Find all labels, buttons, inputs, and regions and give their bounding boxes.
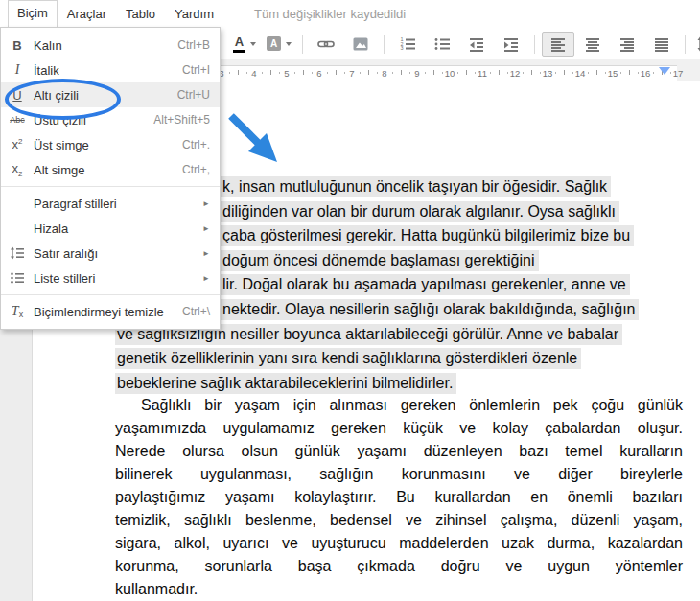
selected-text: genetik özelliklerinin yanı sıra kendi s… [115, 348, 581, 369]
selected-text: bebeklerine sağlık aktarabileceklerini b… [115, 373, 456, 394]
ruler-tick [360, 72, 361, 74]
menu-shortcut: Ctrl+. [182, 138, 220, 151]
menu-shortcut: Alt+Shift+5 [153, 113, 220, 127]
menu-bar-items: BiçimAraçlarTabloYardım [8, 0, 223, 28]
selected-text: doğum öncesi dönemde başlaması gerektiği… [221, 250, 539, 271]
paragraph1-line[interactable]: lir. Doğal olarak bu aşamada yapılması g… [221, 274, 630, 294]
toolbar-separator [302, 35, 303, 54]
ruler-tick [238, 70, 239, 75]
paragraph2-line[interactable]: temizlik, sağlıklı beslenme, bedensel ve… [115, 510, 683, 530]
ruler-number: 15 [608, 68, 618, 79]
menubar-item-table-menu[interactable]: Tablo [116, 1, 165, 28]
menu-separator [1, 294, 220, 295]
align-center-button[interactable] [576, 32, 609, 57]
text-color-button[interactable]: A [228, 32, 261, 57]
toolbar-separator [384, 35, 385, 54]
menu-item-clear-formatting[interactable]: TxBiçimlendirmeyi temizleCtrl+\ [1, 299, 220, 324]
ruler-tick [670, 72, 671, 74]
paragraph1-line[interactable]: k, insan mutluluğunun öncelik taşıyan bi… [221, 176, 611, 196]
dropdown-caret-icon [286, 42, 292, 46]
ruler-number: 13 [543, 68, 553, 79]
bulleted-list-button[interactable] [426, 32, 458, 57]
ruler-number: 7 [349, 68, 354, 79]
menu-shortcut: Ctrl+I [182, 63, 220, 77]
paragraph2-line[interactable]: korunma, sorunlarla başa çıkmada doğru v… [115, 556, 683, 576]
bold-icon: B [1, 38, 34, 53]
menu-item-subscript[interactable]: x2Alt simgeCtrl+, [1, 157, 220, 182]
save-status: Tüm değişiklikler kaydedildi [254, 7, 406, 21]
paragraph2-line[interactable]: Nerede olursa olsun günlük yaşamı düzenl… [115, 441, 683, 461]
toolbar-separator [534, 35, 535, 54]
justify-icon [653, 35, 670, 53]
ruler-number: 12 [510, 68, 521, 79]
text-color-icon: A [233, 35, 245, 53]
paragraph2-line[interactable]: sigara, alkol, uyarıcı ve uyuşturucu mad… [115, 533, 683, 553]
ruler-tick [270, 70, 271, 75]
menubar-item-help-menu[interactable]: Yardım [165, 1, 223, 28]
insert-link-button[interactable] [310, 32, 342, 57]
link-icon [317, 35, 335, 53]
ruler-tick [638, 72, 639, 74]
justify-button[interactable] [645, 32, 678, 57]
selected-text: çaba gösterilmesi gerekir. Hatta bugünkü… [221, 225, 634, 246]
highlight-color-icon: A [267, 36, 281, 51]
numbered-list-icon: 123 [399, 35, 416, 53]
underline-icon: U [1, 88, 34, 103]
menu-item-italic[interactable]: IİtalikCtrl+I [1, 58, 220, 82]
decrease-indent-button[interactable] [460, 32, 493, 57]
menu-shortcut: Ctrl+B [177, 38, 220, 52]
align-right-button[interactable] [611, 32, 643, 57]
ruler-number: 11 [478, 68, 487, 79]
ruler-tick [294, 72, 295, 74]
menu-shortcut: Ctrl+U [177, 88, 220, 102]
paragraph2-line[interactable]: paylaştığımız yaşamı kolaylaştırır. Bu k… [115, 487, 683, 507]
numbered-list-button[interactable]: 123 [391, 32, 424, 57]
paragraph1-line[interactable]: nektedir. Olaya nesillerin sağlığı olara… [221, 299, 639, 319]
increase-indent-button[interactable] [495, 32, 527, 57]
ruler-tick [490, 72, 491, 74]
align-left-button[interactable] [542, 32, 574, 57]
ruler-tick [596, 70, 597, 75]
paragraph2-line[interactable]: kullanmadır. [115, 579, 683, 599]
highlight-color-button[interactable]: A [263, 32, 295, 57]
right-indent-marker[interactable] [659, 67, 670, 75]
menu-shortcut: Ctrl+\ [182, 305, 220, 318]
submenu-arrow-icon: ► [202, 274, 220, 283]
line-spacing-button[interactable] [692, 32, 700, 57]
menu-item-superscript[interactable]: x2Üst simgeCtrl+. [1, 132, 220, 157]
paragraph1-line[interactable]: bebeklerine sağlık aktarabileceklerini b… [115, 373, 456, 393]
menu-item-underline[interactable]: UAltı çiziliCtrl+U [1, 82, 220, 107]
menu-shortcut: Ctrl+, [182, 163, 220, 176]
ruler-tick [401, 70, 402, 75]
ruler-tick [368, 70, 369, 75]
ruler-tick [466, 70, 467, 75]
menu-item-strikethrough[interactable]: AbcÜstü çiziliAlt+Shift+5 [1, 107, 220, 132]
ruler-tick [246, 72, 247, 74]
paragraph2-line[interactable]: Sağlıklı bir yaşam için alınması gereken… [115, 395, 683, 415]
paragraph1-line[interactable]: çaba gösterilmesi gerekir. Hatta bugünkü… [221, 225, 634, 245]
ruler-tick [425, 72, 426, 74]
menu-item-paragraph-styles[interactable]: Paragraf stilleri► [1, 191, 220, 216]
submenu-arrow-icon: ► [202, 249, 220, 258]
submenu-arrow-icon: ► [202, 199, 220, 208]
paragraph1-line[interactable]: genetik özelliklerinin yanı sıra kendi s… [115, 348, 581, 368]
selected-text: diliğinden var olan bir durum olarak alg… [221, 201, 619, 222]
paragraph1-line[interactable]: doğum öncesi dönemde başlaması gerektiği… [221, 250, 539, 270]
paragraph1-line[interactable]: diliğinden var olan bir durum olarak alg… [221, 201, 619, 221]
menubar-item-format-menu[interactable]: Biçim [8, 0, 58, 28]
paragraph2-line[interactable]: bilinerek uygulanması, sağlığın korunmas… [115, 464, 683, 484]
menu-item-line-spacing[interactable]: Satır aralığı► [1, 241, 220, 266]
paragraph2-line[interactable]: yaşamımızda uygulamamız gereken küçük ve… [115, 418, 683, 438]
menu-bar: BiçimAraçlarTabloYardım Tüm değişiklikle… [0, 0, 700, 28]
menubar-item-tools-menu[interactable]: Araçlar [58, 1, 116, 28]
menu-item-bold[interactable]: BKalınCtrl+B [1, 33, 220, 58]
align-center-icon [584, 35, 601, 53]
bulleted-list-icon [433, 35, 451, 53]
menu-item-align[interactable]: Hizala► [1, 216, 220, 241]
ruler-tick [499, 70, 500, 75]
strikethrough-icon: Abc [1, 115, 34, 125]
superscript-icon: x2 [1, 137, 34, 151]
ruler-tick [279, 72, 280, 74]
insert-image-button[interactable] [344, 32, 377, 57]
menu-item-list-styles[interactable]: Liste stilleri► [1, 266, 220, 290]
